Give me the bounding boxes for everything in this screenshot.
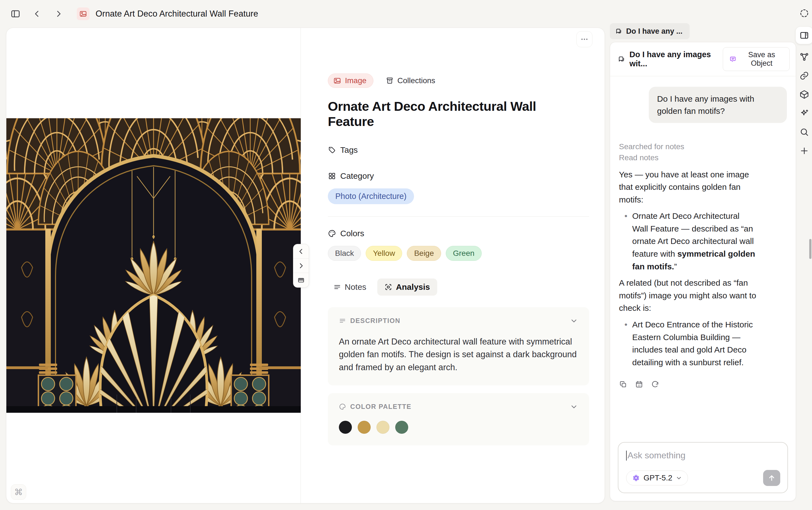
save-as-object-label: Save as Object [740, 51, 783, 68]
colors-section: Colors Black Yellow Beige Green [328, 229, 589, 261]
search-icon [799, 127, 809, 137]
chevron-right-icon [54, 9, 63, 19]
bullet-text: ” [674, 262, 677, 271]
filmstrip-toggle-button[interactable] [293, 273, 309, 287]
image-type-icon [77, 7, 89, 20]
color-chip-black[interactable]: Black [328, 246, 361, 261]
image-icon [333, 77, 341, 85]
description-heading: DESCRIPTION [350, 317, 401, 324]
description-card: DESCRIPTION An ornate Art Deco architect… [328, 307, 589, 386]
type-badge[interactable]: Image [328, 74, 373, 88]
link-button[interactable] [798, 69, 810, 82]
description-collapse-button[interactable] [570, 317, 578, 325]
message-actions: 12 [619, 380, 787, 389]
ask-input[interactable] [628, 450, 780, 460]
collections-tab[interactable]: Collections [385, 76, 435, 85]
tool-status: Searched for notes Read notes [619, 141, 787, 163]
answer-paragraph: Yes — you have at least one image that e… [619, 168, 757, 206]
chevron-down-icon [675, 475, 682, 481]
arrow-up-icon [767, 474, 776, 482]
tab-analysis-label: Analysis [396, 282, 430, 292]
panel-left-icon [10, 8, 21, 19]
sidebar-toggle-button[interactable] [9, 8, 22, 20]
palette-collapse-button[interactable] [570, 402, 578, 411]
send-button[interactable] [763, 470, 780, 486]
type-badge-label: Image [345, 76, 367, 85]
colors-label: Colors [340, 229, 364, 238]
palette-swatch-4[interactable] [395, 421, 408, 434]
color-palette-card: COLOR PALETTE [328, 393, 589, 445]
image-viewer: ⌘ [6, 28, 301, 503]
analysis-scan-icon [384, 283, 392, 291]
text-caret [626, 451, 627, 460]
answer-paragraph: A related (but not described as “fan mot… [619, 277, 757, 314]
chevron-down-icon [570, 402, 578, 411]
category-grid-icon [328, 172, 336, 180]
asset-title: Ornate Art Deco Architectural Wall Featu… [328, 99, 571, 129]
palette-swatches [339, 421, 578, 434]
palette-swatch-2[interactable] [358, 421, 371, 434]
chevron-right-icon [297, 262, 305, 270]
copy-button[interactable] [619, 380, 627, 389]
user-message-bubble: Do I have any images with golden fan mot… [649, 87, 787, 123]
color-chip-green[interactable]: Green [446, 246, 482, 261]
tag-icon [328, 146, 336, 154]
chat-input-box: GPT-5.2 [618, 442, 788, 493]
detail-tabs: Notes Analysis [328, 279, 589, 295]
tab-notes-label: Notes [345, 282, 366, 292]
color-chip-yellow[interactable]: Yellow [366, 246, 402, 261]
sparkles-button[interactable] [798, 107, 810, 119]
palette-icon [339, 403, 346, 410]
calendar-button[interactable]: 12 [635, 380, 643, 389]
category-section: Category Photo (Architecture) [328, 171, 589, 204]
sparkles-icon [799, 108, 809, 118]
notes-lines-icon [334, 283, 341, 291]
description-lines-icon [339, 317, 346, 324]
add-button[interactable] [798, 145, 810, 157]
filmstrip-icon [297, 276, 305, 284]
answer-bullet: Art Deco Entrance of the Historic Easter… [620, 318, 757, 369]
forward-button[interactable] [53, 8, 65, 20]
section-divider [328, 216, 589, 217]
color-chip-beige[interactable]: Beige [407, 246, 441, 261]
back-button[interactable] [31, 8, 43, 20]
palette-swatch-3[interactable] [376, 421, 389, 434]
openai-logo-icon [632, 474, 640, 482]
palette-swatch-1[interactable] [339, 421, 352, 434]
regenerate-button[interactable] [651, 380, 659, 389]
palette-icon [328, 229, 336, 237]
model-selector[interactable]: GPT-5.2 [626, 471, 688, 485]
color-chips: Black Yellow Beige Green [328, 246, 589, 261]
chat-messages: Do I have any images with golden fan mot… [610, 76, 796, 442]
color-palette-heading: COLOR PALETTE [350, 403, 411, 410]
previous-image-button[interactable] [293, 244, 309, 259]
tab-analysis[interactable]: Analysis [377, 279, 437, 295]
collections-tab-label: Collections [398, 76, 435, 85]
scrollbar-thumb[interactable] [809, 239, 811, 259]
viewer-nav-buttons [293, 244, 309, 288]
category-value-pill[interactable]: Photo (Architecture) [328, 189, 414, 204]
details-panel: Image Collections Ornate Art Deco Archit… [301, 28, 605, 503]
chevron-left-icon [297, 248, 305, 255]
more-options-button[interactable] [576, 31, 592, 47]
tags-label: Tags [340, 145, 358, 155]
select-area-button[interactable] [798, 7, 810, 19]
save-as-object-button[interactable]: Save as Object [723, 47, 790, 71]
chat-card: Do I have any images wit... Save as Obje… [610, 42, 796, 501]
nodes-button[interactable] [798, 51, 810, 63]
artwork-image [6, 118, 301, 413]
chat-session-tab[interactable]: Do I have any ... [610, 23, 690, 39]
link-icon [799, 71, 809, 81]
search-button[interactable] [798, 126, 810, 138]
object-button[interactable] [798, 88, 810, 101]
plus-icon [799, 146, 809, 156]
dashed-circle-icon [799, 8, 810, 19]
tags-section[interactable]: Tags [328, 145, 589, 155]
chat-bubbles-icon [615, 27, 622, 35]
tab-notes[interactable]: Notes [328, 279, 372, 295]
chat-bubbles-icon [617, 55, 626, 63]
next-image-button[interactable] [293, 259, 309, 273]
panels-button[interactable] [795, 27, 812, 44]
command-shortcut-button[interactable]: ⌘ [11, 484, 26, 500]
chevron-down-icon [570, 317, 578, 325]
